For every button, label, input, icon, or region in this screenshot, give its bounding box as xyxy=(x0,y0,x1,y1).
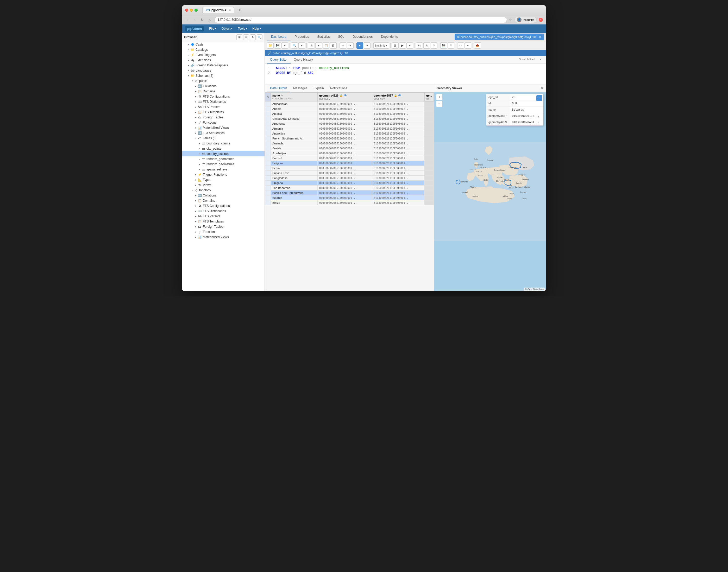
format-dropdown-button[interactable]: ▾ xyxy=(464,43,471,49)
grid-view-button[interactable]: ⊞ xyxy=(392,43,399,49)
delete-button[interactable]: 🗑 xyxy=(330,43,337,49)
sidebar-item-schemas[interactable]: ▾📂Schemas (2) xyxy=(182,73,265,78)
sidebar-item-sequences[interactable]: ▸🔢1..3 Sequences xyxy=(182,130,265,136)
row-insert-button[interactable]: +↑ xyxy=(416,43,423,49)
menu-object[interactable]: Object ▾ xyxy=(219,26,235,31)
sidebar-item-topo-fts-templates[interactable]: ▸📋FTS Templates xyxy=(182,219,265,224)
notifications-tab[interactable]: Notifications xyxy=(327,85,350,92)
tab-sql[interactable]: SQL xyxy=(334,33,348,41)
user-menu[interactable]: 👤 Incognito xyxy=(515,17,537,23)
table-row[interactable]: Argentina0106000020E6100000002...0106000… xyxy=(265,121,434,126)
layers-icon[interactable]: ≡ xyxy=(536,95,542,101)
menu-help[interactable]: Help ▾ xyxy=(250,26,263,31)
table-row[interactable]: Benin0103000020E6100000001...01030000201… xyxy=(265,166,434,171)
sidebar-item-topo-foreign-tables[interactable]: ▸🗂Foreign Tables xyxy=(182,224,265,229)
tab-statistics[interactable]: Statistics xyxy=(313,33,334,41)
sidebar-item-languages[interactable]: ▸💬Languages xyxy=(182,68,265,73)
copy-row-button[interactable]: ⎘ xyxy=(423,43,430,49)
table-row[interactable]: Belgium0103000020E6100000001...010300002… xyxy=(265,161,434,166)
sidebar-item-topo-mat-views[interactable]: ▸📊Materialized Views xyxy=(182,234,265,240)
zoom-in-button[interactable]: + xyxy=(436,94,442,100)
sidebar-item-fts-parsers[interactable]: ▸AaFTS Parsers xyxy=(182,104,265,110)
save-dropdown-button[interactable]: ▾ xyxy=(281,43,288,49)
col-geo4326-header[interactable]: geometry4326 🔒 👁 geometry xyxy=(317,93,372,101)
query-history-tab[interactable]: Query History xyxy=(290,56,316,64)
sidebar-item-country-outlines[interactable]: ▸🗃country_outlines xyxy=(182,151,265,156)
sidebar-item-domains[interactable]: ▸📋Domains xyxy=(182,89,265,94)
sidebar-item-topo-fts-parsers[interactable]: ▸AaFTS Parsers xyxy=(182,214,265,219)
sidebar-item-fts-dict[interactable]: ▸📖FTS Dictionaries xyxy=(182,99,265,104)
edit-dropdown-button[interactable]: ▾ xyxy=(347,43,353,49)
query-editor-content[interactable]: 1 SELECT * FROM public . country_outline… xyxy=(265,64,546,85)
sidebar-item-city-points[interactable]: ▸🗃city_points xyxy=(182,146,265,151)
table-row[interactable]: French Southern and A...0103000020E61000… xyxy=(265,136,434,141)
eye-icon[interactable]: 👁 xyxy=(398,94,401,97)
eye-icon[interactable]: 👁 xyxy=(344,94,347,97)
filter-button[interactable]: ▼ xyxy=(356,43,363,49)
sidebar-item-spatial-ref-sys[interactable]: ▸🗃spatial_ref_sys xyxy=(182,167,265,172)
table-row[interactable]: Belarus0103000020E6100000001...010300002… xyxy=(265,196,434,200)
geometry-viewer-map[interactable]: Deutschland France Italia Česko Slovensk… xyxy=(434,92,546,291)
sidebar-item-casts[interactable]: ▸🔷Casts xyxy=(182,42,265,47)
sidebar-item-fts-templates[interactable]: ▸📋FTS Templates xyxy=(182,110,265,115)
tab-dashboard[interactable]: Dashboard xyxy=(267,33,290,41)
browser-tab[interactable]: PG pgAdmin 4 ✕ xyxy=(202,7,234,13)
filter-dropdown-button[interactable]: ▾ xyxy=(364,43,371,49)
open-file-button[interactable]: 📁 xyxy=(267,43,274,49)
forward-button[interactable]: › xyxy=(192,17,198,22)
sidebar-item-tables[interactable]: ▾🗃Tables (6) xyxy=(182,136,265,141)
tab-dependents[interactable]: Dependents xyxy=(377,33,402,41)
save-file-button[interactable]: 💾 xyxy=(274,43,281,49)
maximize-button[interactable] xyxy=(195,9,198,12)
data-output-tab[interactable]: Data Output xyxy=(267,85,290,92)
table-row[interactable]: Afghanistan0103000020E6100000001...01030… xyxy=(265,101,434,106)
col-name-edit-icon[interactable]: ✎ xyxy=(281,94,283,97)
download-button[interactable]: ⬇ xyxy=(448,43,454,49)
sidebar-tool-list-icon[interactable]: ☰ xyxy=(243,34,249,40)
paste-button[interactable]: 📋 xyxy=(323,43,329,49)
table-row[interactable]: Bulgaria0103000020E6100000001...01030000… xyxy=(265,181,434,186)
tab-properties[interactable]: Properties xyxy=(290,33,313,41)
table-row[interactable]: Azerbaijan0106000020E6100000002...010600… xyxy=(265,151,434,156)
explain-tab[interactable]: Explain xyxy=(310,85,327,92)
sidebar-item-event-triggers[interactable]: ▸⚡Event Triggers xyxy=(182,52,265,58)
sidebar-item-functions[interactable]: ▸𝑓Functions xyxy=(182,120,265,125)
table-row[interactable]: Bosnia and Herzegovina0103000020E6100000… xyxy=(265,191,434,196)
refresh-button[interactable]: ↻ xyxy=(200,17,205,22)
sidebar-item-types[interactable]: ▸📐Types xyxy=(182,177,265,183)
sidebar-item-catalogs[interactable]: ▸📁Catalogs xyxy=(182,47,265,52)
edit-button[interactable]: ✏ xyxy=(339,43,346,49)
menu-file[interactable]: File ▾ xyxy=(207,26,218,31)
limit-dropdown[interactable]: No limit ▾ xyxy=(373,43,389,49)
sidebar-item-views[interactable]: ▸👁Views xyxy=(182,183,265,188)
sidebar-item-topo-fts-dict[interactable]: ▸📖FTS Dictionaries xyxy=(182,208,265,214)
col-geo-header[interactable]: ge... ge... xyxy=(424,93,434,101)
sidebar-item-boundary-claims[interactable]: ▸🗃boundary_claims xyxy=(182,141,265,146)
tab-dependencies[interactable]: Dependencies xyxy=(348,33,377,41)
sidebar-item-mat-views[interactable]: ▸📊Materialized Views xyxy=(182,125,265,130)
table-row[interactable]: Antarctica0103000020E6100000008...010600… xyxy=(265,131,434,136)
sidebar-item-foreign-tables[interactable]: ▸🗂Foreign Tables xyxy=(182,115,265,120)
sidebar-tool-grid-icon[interactable]: ⊞ xyxy=(237,34,242,40)
back-button[interactable]: ‹ xyxy=(185,17,190,22)
copy-dropdown-button[interactable]: ▾ xyxy=(315,43,322,49)
sidebar-item-fts-configs[interactable]: ▸⚙FTS Configurations xyxy=(182,94,265,99)
messages-tab[interactable]: Messages xyxy=(290,85,311,92)
new-tab-button[interactable]: + xyxy=(237,7,243,13)
scratch-pad-close-icon[interactable]: ✕ xyxy=(537,56,544,64)
scratch-pad-toggle[interactable]: Scratch Pad xyxy=(516,56,537,64)
minimize-button[interactable] xyxy=(190,9,193,12)
table-row[interactable]: Austria0103000020E6100000001...010300002… xyxy=(265,146,434,151)
bookmark-icon[interactable]: ☆ xyxy=(509,18,512,22)
query-editor-tab[interactable]: Query Editor xyxy=(267,56,290,64)
delete-row-button[interactable]: ✕ xyxy=(431,43,438,49)
table-row[interactable]: Burkina Faso0103000020E6100000001...0103… xyxy=(265,171,434,176)
sidebar-item-collations[interactable]: ▸🔤Collations xyxy=(182,83,265,89)
table-row[interactable]: Belize0103000020E6100000001...0103000020… xyxy=(265,200,434,205)
table-row[interactable]: United Arab Emirates0103000020E610000000… xyxy=(265,116,434,121)
sidebar-item-trigger-functions[interactable]: ▸⚡Trigger Functions xyxy=(182,172,265,177)
table-row[interactable]: Armenia0103000020E6100000001...010300002… xyxy=(265,126,434,131)
table-row[interactable]: Australia0106000020E6100000002...0106000… xyxy=(265,141,434,146)
sidebar-item-random-geometries2[interactable]: ▸🗃random_geometries xyxy=(182,162,265,167)
sidebar-item-topo-collations[interactable]: ▸🔤Collations xyxy=(182,193,265,198)
